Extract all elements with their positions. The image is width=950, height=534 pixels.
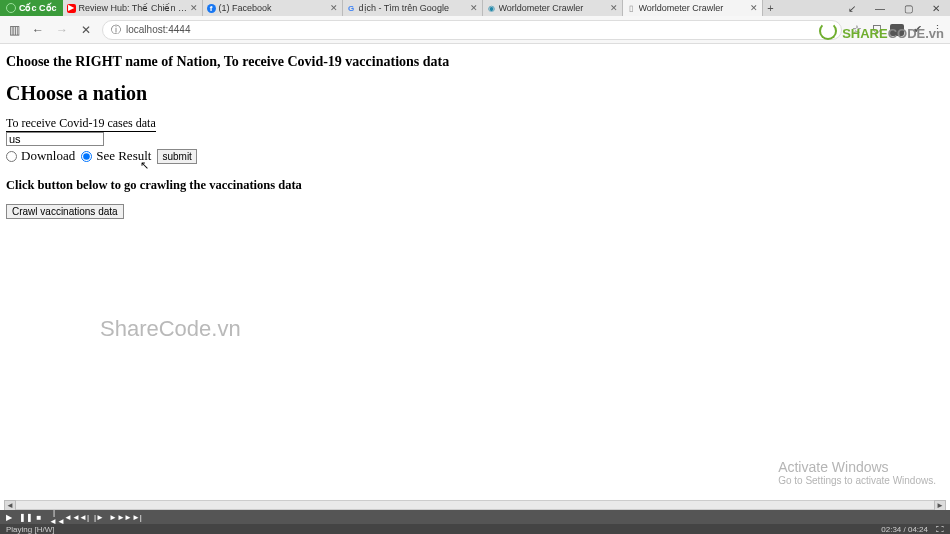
rewind-icon[interactable]: ◄◄ [64,513,74,522]
tab-youtube[interactable]: ▶ Review Hub: Thế Chiến Z, Kỷ ✕ [63,0,203,16]
back-icon[interactable]: ← [30,22,46,38]
step-fwd-icon[interactable]: |► [94,513,104,522]
page-content: Choose the RIGHT name of Nation, To rece… [0,44,950,229]
google-icon: G [347,4,356,13]
watermark-sharecode: ShareCode.vn [100,316,241,342]
see-result-radio[interactable] [81,151,92,162]
crawl-vaccinations-button[interactable]: Crawl vaccinations data [6,204,124,219]
close-icon[interactable]: ✕ [610,3,618,13]
horizontal-scrollbar[interactable] [4,500,946,510]
next-track-icon[interactable]: ►►| [124,513,134,522]
close-icon[interactable]: ✕ [750,3,758,13]
browser-brand: Cốc Cốc [0,0,63,16]
close-window-icon[interactable]: ✕ [922,3,950,14]
sidebar-toggle-icon[interactable]: ▥ [6,22,22,38]
window-controls: ↙ — ▢ ✕ [838,3,950,14]
new-tab-button[interactable]: + [763,2,779,14]
tab-label: Worldometer Crawler [499,3,608,13]
media-player-bar: ▶ ❚❚ ■ |◄◄ ◄◄ ◄| |► ►► ►►| [0,510,950,524]
crawl-instruction: Click button below to go crawling the va… [6,178,944,193]
submit-button[interactable]: submit [157,149,196,164]
download-radio[interactable] [6,151,17,162]
youtube-icon: ▶ [67,4,76,13]
url-text: localhost:4444 [126,24,191,35]
activate-windows-overlay: Activate Windows Go to Settings to activ… [778,459,936,486]
nation-input[interactable] [6,132,104,146]
option-row: Download See Result submit [6,148,944,164]
unknown-window-icon[interactable]: ↙ [838,3,866,14]
download-label: Download [21,148,75,164]
time-display: 02:34 / 04:24 [881,525,928,534]
see-result-label: See Result [96,148,151,164]
info-icon[interactable]: ⓘ [111,23,121,37]
browser-tab-bar: Cốc Cốc ▶ Review Hub: Thế Chiến Z, Kỷ ✕ … [0,0,950,16]
tab-label: dịch - Tìm trên Google [359,3,468,13]
forward-icon[interactable]: → [54,22,70,38]
close-icon[interactable]: ✕ [330,3,338,13]
tab-label: Review Hub: Thế Chiến Z, Kỷ [79,3,188,13]
sharecode-logo: SHARECODE.vn [819,22,944,41]
minimize-icon[interactable]: — [866,3,894,14]
activate-subtitle: Go to Settings to activate Windows. [778,475,936,486]
playing-status: Playing [H/W] [6,525,54,534]
url-bar[interactable]: ⓘ localhost:4444 [102,20,842,40]
tab-label: Worldometer Crawler [639,3,748,13]
tab-worldometer-2[interactable]: ▯ Worldometer Crawler ✕ [623,0,763,16]
fast-fwd-icon[interactable]: ►► [109,513,119,522]
media-status-bar: Playing [H/W] 02:34 / 04:24 ⛶ [0,524,950,534]
close-icon[interactable]: ✕ [470,3,478,13]
pause-icon[interactable]: ❚❚ [19,513,29,522]
stop-icon[interactable]: ✕ [78,22,94,38]
document-icon: ▯ [627,4,636,13]
stop-icon[interactable]: ■ [34,513,44,522]
subtitle-text: To receive Covid-19 cases data [6,116,156,132]
play-icon[interactable]: ▶ [4,513,14,522]
globe-icon: ◉ [487,4,496,13]
facebook-icon: f [207,4,216,13]
close-icon[interactable]: ✕ [190,3,198,13]
maximize-icon[interactable]: ▢ [894,3,922,14]
fullscreen-icon[interactable]: ⛶ [936,525,944,534]
browser-nav-bar: ▥ ← → ✕ ⓘ localhost:4444 ☆ ⛉ ↓ ✔ ⋮ [0,16,950,44]
tab-google[interactable]: G dịch - Tìm trên Google ✕ [343,0,483,16]
step-back-icon[interactable]: ◄| [79,513,89,522]
tab-worldometer-1[interactable]: ◉ Worldometer Crawler ✕ [483,0,623,16]
activate-title: Activate Windows [778,459,936,475]
page-title: Choose the RIGHT name of Nation, To rece… [6,54,944,70]
choose-nation-heading: CHoose a nation [6,82,944,105]
tab-facebook[interactable]: f (1) Facebook ✕ [203,0,343,16]
tab-label: (1) Facebook [219,3,328,13]
